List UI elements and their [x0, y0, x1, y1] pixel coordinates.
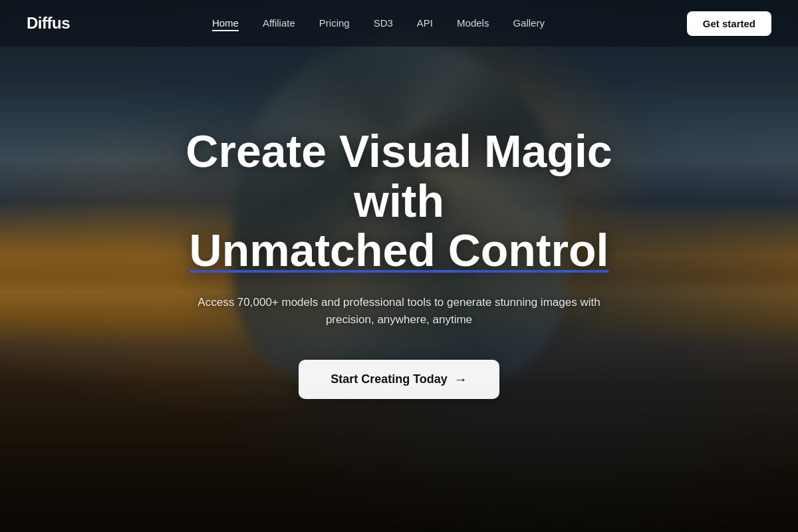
hero-section: Create Visual Magic with Unmatched Contr…: [0, 20, 798, 505]
hero-cta-button[interactable]: Start Creating Today →: [299, 360, 499, 399]
hero-title: Create Visual Magic with Unmatched Contr…: [150, 126, 648, 275]
hero-title-line2: Unmatched Control: [190, 225, 609, 275]
hero-subtitle: Access 70,000+ models and professional t…: [173, 294, 625, 328]
hero-title-line1: Create Visual Magic with: [186, 126, 612, 226]
arrow-icon: →: [454, 372, 467, 387]
hero-cta-label: Start Creating Today: [331, 372, 448, 386]
